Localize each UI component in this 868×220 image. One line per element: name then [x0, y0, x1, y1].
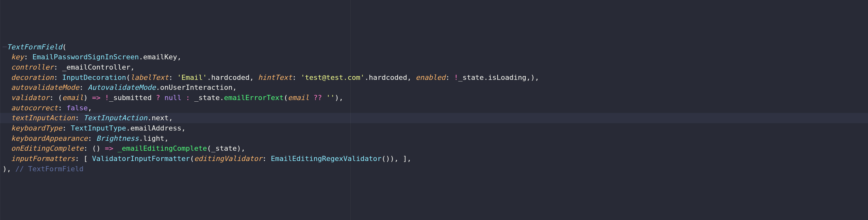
indent: [3, 104, 11, 112]
token-param: decoration: [11, 73, 54, 81]
token-punct: :: [54, 63, 62, 71]
token-param: onEditingComplete: [11, 144, 84, 152]
token-ident: hardcoded: [211, 73, 249, 81]
token-bool: null: [164, 94, 181, 102]
token-ident: emailAddress: [130, 124, 181, 132]
token-punct: ,),: [526, 73, 539, 81]
token-ident: emailKey: [143, 53, 177, 61]
code-line[interactable]: autocorrect: false,: [0, 103, 868, 113]
token-param: inputFormatters: [11, 155, 75, 162]
token-punct: :: [58, 104, 66, 112]
token-punct: ,: [177, 53, 181, 61]
indent: [3, 124, 11, 132]
token-punct: ,: [164, 134, 168, 142]
token-punct: (: [190, 155, 194, 162]
token-punct: .: [156, 83, 160, 91]
indent: [3, 94, 11, 102]
token-ident: isLoading: [488, 73, 526, 81]
code-line[interactable]: controller: _emailController,: [0, 62, 868, 72]
token-param: enabled: [416, 73, 445, 81]
token-punct: :: [24, 53, 32, 61]
code-line[interactable]: ), // TextFormField: [0, 164, 868, 174]
token-punct: .: [147, 114, 151, 122]
token-param: editingValidator: [194, 155, 262, 162]
token-punct: [309, 94, 313, 102]
token-param: textInputAction: [11, 114, 75, 122]
token-call: _emailEditingComplete: [118, 144, 207, 152]
token-punct: (: [126, 73, 130, 81]
code-line[interactable]: textInputAction: TextInputAction.next,: [0, 113, 868, 123]
code-line[interactable]: inputFormatters: [ ValidatorInputFormatt…: [0, 154, 868, 164]
token-punct: ,: [407, 73, 416, 81]
token-punct: ()), ],: [381, 155, 411, 162]
indent: [3, 134, 11, 142]
token-param: key: [11, 53, 24, 61]
token-type: AutovalidateMode: [88, 83, 156, 91]
token-punct: .: [139, 53, 143, 61]
indent: [3, 155, 11, 162]
token-param: keyboardType: [11, 124, 62, 132]
token-punct: [113, 144, 117, 152]
token-ident: next: [152, 114, 169, 122]
token-type: Brightness: [96, 134, 138, 142]
token-param: labelText: [130, 73, 168, 81]
token-ident: _state: [458, 73, 484, 81]
token-str: 'test@test.com': [301, 73, 365, 81]
token-param: autovalidateMode: [11, 83, 80, 91]
token-ident: light: [143, 134, 164, 142]
code-line[interactable]: keyboardAppearance: Brightness.light,: [0, 134, 868, 144]
token-punct: (: [283, 94, 288, 102]
token-punct: :: [54, 73, 62, 81]
token-punct: : (: [50, 94, 62, 102]
token-bool: false: [66, 104, 88, 112]
token-punct: .: [207, 73, 211, 81]
token-type-ni: ValidatorInputFormatter: [92, 155, 190, 162]
token-comment: // TextFormField: [16, 165, 84, 173]
token-call: emailErrorText: [224, 94, 283, 102]
token-punct: :: [262, 155, 271, 162]
token-op: !: [454, 73, 458, 81]
token-punct: ,: [169, 114, 173, 122]
token-type: TextFormField: [7, 43, 62, 51]
token-param: controller: [11, 63, 54, 71]
token-param: autocorrect: [11, 104, 58, 112]
token-op: :: [186, 94, 190, 102]
token-type-ni: EmailEditingRegexValidator: [271, 155, 381, 162]
token-punct: .: [365, 73, 369, 81]
code-line[interactable]: onEditingComplete: () => _emailEditingCo…: [0, 143, 868, 154]
token-op: =>: [105, 144, 114, 152]
token-punct: ,: [249, 73, 258, 81]
token-type-ni: InputDecoration: [62, 73, 126, 81]
token-ident: _emailController: [62, 63, 130, 71]
token-param: email: [62, 94, 83, 102]
code-line[interactable]: ─TextFormField(: [0, 42, 868, 52]
token-param: email: [288, 94, 309, 102]
code-line[interactable]: validator: (email) => !_submitted ? null…: [0, 93, 868, 103]
token-str: '': [326, 94, 335, 102]
indent: [3, 73, 11, 81]
token-op: ??: [313, 94, 322, 102]
code-line[interactable]: decoration: InputDecoration(labelText: '…: [0, 72, 868, 83]
token-punct: ),: [3, 165, 11, 173]
token-punct: .: [484, 73, 488, 81]
token-type-ni: EmailPasswordSignInScreen: [32, 53, 139, 61]
code-line[interactable]: keyboardType: TextInputType.emailAddress…: [0, 123, 868, 134]
token-punct: ): [84, 94, 92, 102]
token-punct: :: [79, 83, 88, 91]
token-type: TextInputAction: [84, 114, 148, 122]
token-op: ?: [156, 94, 160, 102]
code-line[interactable]: autovalidateMode: AutovalidateMode.onUse…: [0, 82, 868, 93]
token-punct: [101, 94, 105, 102]
code-line[interactable]: key: EmailPasswordSignInScreen.emailKey,: [0, 52, 868, 62]
indent: [3, 144, 11, 152]
token-type-ni: TextInputType: [71, 124, 126, 132]
code-editor[interactable]: ─TextFormField( key: EmailPasswordSignIn…: [0, 42, 868, 174]
token-punct: [11, 165, 16, 173]
token-punct: :: [445, 73, 454, 81]
token-punct: _state.: [190, 94, 224, 102]
token-punct: (: [62, 43, 66, 51]
token-ident: onUserInteraction: [160, 83, 232, 91]
token-punct: ),: [335, 94, 343, 102]
token-ident: hardcoded: [369, 73, 407, 81]
token-op: =>: [92, 94, 101, 102]
